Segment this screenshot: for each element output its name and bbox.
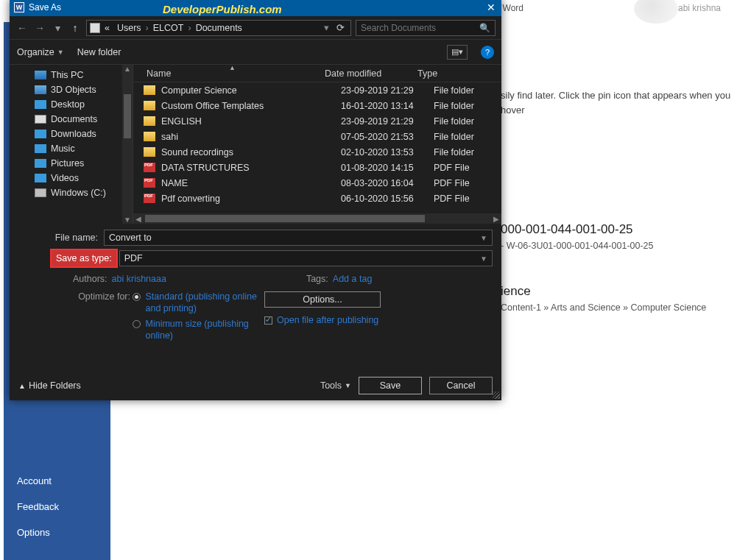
column-headers[interactable]: ▲ Name Date modified Type: [133, 65, 501, 82]
folder-icon: [144, 85, 155, 95]
search-box[interactable]: 🔍: [356, 20, 496, 36]
address-dropdown[interactable]: ▾: [321, 22, 332, 33]
back-button[interactable]: ←: [15, 22, 29, 34]
h-scrollbar[interactable]: ◀ ▶: [133, 213, 501, 224]
tree-scrollbar[interactable]: ▲ ▼: [122, 65, 133, 224]
open-after-checkbox[interactable]: Open file after publishing: [264, 315, 493, 325]
node-label: Documents: [51, 114, 97, 124]
file-row[interactable]: Computer Science23-09-2019 21:29File fol…: [133, 82, 501, 98]
file-row[interactable]: Pdf converting06-10-2020 15:56PDF File: [133, 191, 501, 206]
radio-standard[interactable]: Standard (publishing online and printing…: [133, 291, 258, 314]
chevron-down-icon[interactable]: ▼: [480, 234, 487, 242]
search-input[interactable]: [361, 23, 479, 33]
word-icon: W: [14, 2, 24, 13]
resize-grip[interactable]: [493, 391, 500, 399]
pdf-icon: [144, 163, 155, 172]
dialog-titlebar[interactable]: W Save As ✕: [10, 0, 501, 16]
save-type-label: Save as type:: [52, 250, 116, 266]
file-row[interactable]: ENGLISH23-09-2019 21:29File folder: [133, 113, 501, 129]
scroll-right[interactable]: ▶: [491, 213, 501, 224]
scroll-thumb[interactable]: [124, 94, 131, 138]
form-area: File name: Convert to ▼ Save as type: PD…: [10, 224, 501, 350]
view-button[interactable]: ▤ ▾: [447, 45, 468, 60]
folder-icon: [144, 147, 155, 157]
explorer-body: This PC3D ObjectsDesktopDocumentsDownloa…: [10, 65, 501, 224]
node-label: Videos: [51, 173, 79, 183]
file-type: File folder: [428, 85, 501, 96]
sidebar-item-account[interactable]: Account: [4, 468, 110, 494]
save-type-field[interactable]: PDF ▼: [119, 250, 493, 266]
backstage-content: sily find later. Click the pin icon that…: [501, 88, 734, 315]
chevron-down-icon[interactable]: ▼: [480, 255, 487, 263]
scroll-thumb[interactable]: [145, 215, 425, 222]
up-button[interactable]: ↑: [68, 22, 82, 34]
tools-menu[interactable]: Tools ▼: [320, 380, 351, 391]
file-date: 08-03-2020 16:04: [341, 178, 428, 188]
tree-node[interactable]: 3D Objects: [10, 82, 133, 97]
node-icon: [35, 130, 46, 138]
crumb-elcot[interactable]: ELCOT: [150, 23, 187, 33]
doc-code: 000-001-044-001-00-25: [501, 220, 734, 239]
node-label: Windows (C:): [51, 188, 106, 198]
col-date[interactable]: Date modified: [325, 68, 412, 79]
help-button[interactable]: ?: [481, 46, 494, 59]
organize-menu[interactable]: Organize▼: [17, 47, 64, 57]
radio-icon: [133, 293, 141, 301]
crumb-sep: ›: [188, 23, 191, 33]
recent-button[interactable]: ▾: [51, 22, 64, 34]
close-button[interactable]: ✕: [487, 1, 496, 13]
tags-value[interactable]: Add a tag: [333, 274, 373, 284]
file-name: sahi: [161, 132, 341, 142]
file-row[interactable]: Sound recordings02-10-2020 13:53File fol…: [133, 144, 501, 160]
refresh-button[interactable]: ⟳: [334, 22, 348, 33]
pdf-icon: [144, 178, 155, 188]
sidebar-item-feedback[interactable]: Feedback: [4, 494, 110, 520]
nav-tree[interactable]: This PC3D ObjectsDesktopDocumentsDownloa…: [10, 65, 133, 224]
tree-node[interactable]: Videos: [10, 171, 133, 185]
file-row[interactable]: Custom Office Templates16-01-2020 13:14F…: [133, 98, 501, 113]
radio-minimum[interactable]: Minimum size (publishing online): [133, 319, 258, 341]
tree-node[interactable]: Music: [10, 141, 133, 156]
search-icon[interactable]: 🔍: [479, 23, 490, 33]
node-icon: [35, 85, 46, 94]
file-row[interactable]: NAME08-03-2020 16:04PDF File: [133, 175, 501, 191]
address-bar[interactable]: « Users › ELCOT › Documents ▾ ⟳: [86, 20, 351, 36]
scroll-up[interactable]: ▲: [122, 65, 133, 73]
hide-folders-button[interactable]: ▲Hide Folders: [18, 380, 81, 391]
scroll-left[interactable]: ◀: [133, 213, 144, 224]
tree-node[interactable]: Pictures: [10, 156, 133, 171]
new-folder-button[interactable]: New folder: [77, 47, 121, 57]
tree-node[interactable]: This PC: [10, 68, 133, 82]
tree-node[interactable]: Downloads: [10, 127, 133, 141]
crumb-users[interactable]: Users: [114, 23, 144, 33]
file-rows: Computer Science23-09-2019 21:29File fol…: [133, 82, 501, 213]
sidebar-item-options[interactable]: Options: [4, 520, 110, 545]
scroll-down[interactable]: ▼: [122, 216, 133, 224]
file-date: 16-01-2020 13:14: [341, 101, 428, 111]
file-type: File folder: [428, 101, 501, 111]
file-name-field[interactable]: Convert to ▼: [104, 230, 493, 246]
forward-button[interactable]: →: [33, 22, 46, 34]
avatar: [634, 0, 678, 24]
file-row[interactable]: sahi07-05-2020 21:53File folder: [133, 129, 501, 144]
tree-node[interactable]: Desktop: [10, 97, 133, 112]
cancel-button[interactable]: Cancel: [429, 377, 493, 394]
file-date: 07-05-2020 21:53: [341, 132, 428, 142]
node-icon: [35, 188, 46, 197]
col-type[interactable]: Type: [412, 68, 501, 79]
file-type: PDF File: [428, 194, 501, 204]
save-type-value: PDF: [124, 253, 143, 263]
tree-node[interactable]: Documents: [10, 112, 133, 127]
tree-node[interactable]: Windows (C:): [10, 185, 133, 200]
folder-icon: [144, 116, 155, 126]
crumb-pre[interactable]: «: [102, 23, 113, 33]
file-row[interactable]: DATA STRUCTURES01-08-2020 14:15PDF File: [133, 160, 501, 175]
doc-title: Word: [503, 3, 523, 13]
node-label: Pictures: [51, 158, 84, 169]
save-button[interactable]: Save: [359, 377, 422, 394]
file-type: PDF File: [428, 163, 501, 173]
authors-value[interactable]: abi krishnaaa: [112, 274, 166, 284]
node-icon: [35, 100, 46, 109]
options-button[interactable]: Options...: [264, 291, 381, 308]
crumb-documents[interactable]: Documents: [193, 23, 245, 33]
